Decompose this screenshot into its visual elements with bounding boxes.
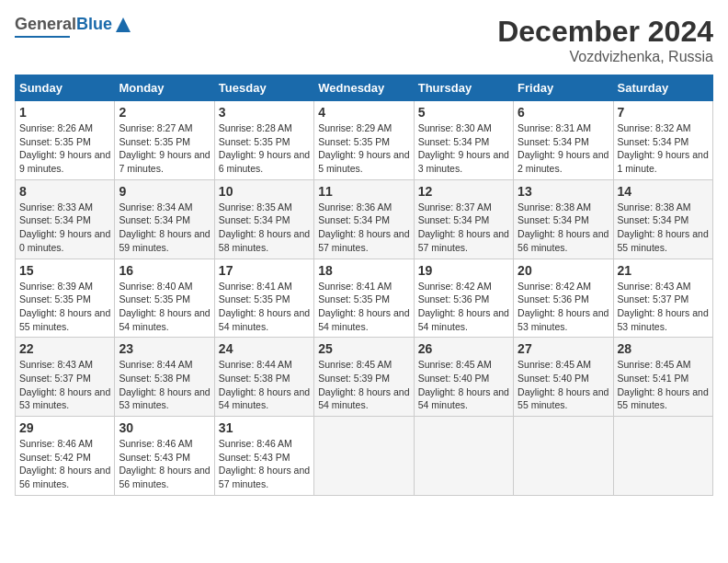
day-number: 28 <box>618 341 709 356</box>
col-saturday: Saturday <box>613 75 712 101</box>
table-row: 9 Sunrise: 8:34 AMSunset: 5:34 PMDayligh… <box>115 179 214 259</box>
table-row: 6 Sunrise: 8:31 AMSunset: 5:34 PMDayligh… <box>514 101 613 180</box>
table-row: 14 Sunrise: 8:38 AMSunset: 5:34 PMDaylig… <box>613 179 712 259</box>
calendar-row: 1 Sunrise: 8:26 AMSunset: 5:35 PMDayligh… <box>16 101 713 180</box>
table-row <box>314 417 414 496</box>
table-row: 2 Sunrise: 8:27 AMSunset: 5:35 PMDayligh… <box>115 101 214 180</box>
day-number: 10 <box>219 184 310 199</box>
day-info: Sunrise: 8:43 AMSunset: 5:37 PMDaylight:… <box>19 359 110 410</box>
day-info: Sunrise: 8:34 AMSunset: 5:34 PMDaylight:… <box>119 201 210 253</box>
day-info: Sunrise: 8:31 AMSunset: 5:34 PMDaylight:… <box>518 122 609 174</box>
table-row: 4 Sunrise: 8:29 AMSunset: 5:35 PMDayligh… <box>314 101 414 180</box>
day-info: Sunrise: 8:45 AMSunset: 5:39 PMDaylight:… <box>318 359 409 410</box>
svg-marker-0 <box>116 17 131 32</box>
calendar-row: 15 Sunrise: 8:39 AMSunset: 5:35 PMDaylig… <box>16 259 713 338</box>
logo-underline <box>15 36 70 38</box>
table-row: 8 Sunrise: 8:33 AMSunset: 5:34 PMDayligh… <box>16 179 115 259</box>
col-monday: Monday <box>115 75 214 101</box>
day-info: Sunrise: 8:45 AMSunset: 5:40 PMDaylight:… <box>518 359 609 410</box>
day-info: Sunrise: 8:26 AMSunset: 5:35 PMDaylight:… <box>19 122 110 174</box>
col-tuesday: Tuesday <box>214 75 313 101</box>
day-info: Sunrise: 8:30 AMSunset: 5:34 PMDaylight:… <box>418 122 509 174</box>
day-number: 30 <box>119 420 210 435</box>
day-info: Sunrise: 8:41 AMSunset: 5:35 PMDaylight:… <box>219 281 310 332</box>
day-number: 26 <box>418 341 509 356</box>
day-info: Sunrise: 8:29 AMSunset: 5:35 PMDaylight:… <box>318 122 409 174</box>
table-row: 22 Sunrise: 8:43 AMSunset: 5:37 PMDaylig… <box>16 338 115 417</box>
table-row: 28 Sunrise: 8:45 AMSunset: 5:41 PMDaylig… <box>613 338 712 417</box>
col-sunday: Sunday <box>16 75 115 101</box>
calendar-row: 22 Sunrise: 8:43 AMSunset: 5:37 PMDaylig… <box>16 338 713 417</box>
day-number: 13 <box>518 184 609 199</box>
day-info: Sunrise: 8:33 AMSunset: 5:34 PMDaylight:… <box>19 201 110 253</box>
day-info: Sunrise: 8:28 AMSunset: 5:35 PMDaylight:… <box>219 122 310 174</box>
day-number: 20 <box>518 263 609 278</box>
table-row: 1 Sunrise: 8:26 AMSunset: 5:35 PMDayligh… <box>16 101 115 180</box>
day-number: 16 <box>119 263 210 278</box>
day-info: Sunrise: 8:38 AMSunset: 5:34 PMDaylight:… <box>618 201 709 253</box>
day-number: 12 <box>418 184 509 199</box>
table-row: 29 Sunrise: 8:46 AMSunset: 5:42 PMDaylig… <box>16 417 115 496</box>
day-number: 3 <box>219 105 310 120</box>
page-title: December 2024 <box>497 15 713 49</box>
day-info: Sunrise: 8:37 AMSunset: 5:34 PMDaylight:… <box>418 201 509 253</box>
day-number: 6 <box>518 105 609 120</box>
day-number: 19 <box>418 263 509 278</box>
table-row: 25 Sunrise: 8:45 AMSunset: 5:39 PMDaylig… <box>314 338 414 417</box>
calendar-table: Sunday Monday Tuesday Wednesday Thursday… <box>15 75 713 496</box>
day-info: Sunrise: 8:45 AMSunset: 5:41 PMDaylight:… <box>618 359 709 410</box>
day-info: Sunrise: 8:41 AMSunset: 5:35 PMDaylight:… <box>318 281 409 332</box>
day-number: 7 <box>618 105 709 120</box>
logo: General Blue <box>15 15 131 38</box>
table-row: 19 Sunrise: 8:42 AMSunset: 5:36 PMDaylig… <box>414 259 513 338</box>
table-row: 27 Sunrise: 8:45 AMSunset: 5:40 PMDaylig… <box>514 338 613 417</box>
day-info: Sunrise: 8:36 AMSunset: 5:34 PMDaylight:… <box>318 201 409 253</box>
calendar-body: 1 Sunrise: 8:26 AMSunset: 5:35 PMDayligh… <box>16 101 713 496</box>
day-number: 31 <box>219 420 310 435</box>
day-number: 5 <box>418 105 509 120</box>
day-info: Sunrise: 8:43 AMSunset: 5:37 PMDaylight:… <box>618 281 709 332</box>
day-number: 22 <box>19 341 110 356</box>
table-row: 12 Sunrise: 8:37 AMSunset: 5:34 PMDaylig… <box>414 179 513 259</box>
day-info: Sunrise: 8:39 AMSunset: 5:35 PMDaylight:… <box>19 281 110 332</box>
day-number: 2 <box>119 105 210 120</box>
day-number: 15 <box>19 263 110 278</box>
day-info: Sunrise: 8:35 AMSunset: 5:34 PMDaylight:… <box>219 201 310 253</box>
table-row <box>613 417 712 496</box>
day-number: 4 <box>318 105 409 120</box>
table-row: 31 Sunrise: 8:46 AMSunset: 5:43 PMDaylig… <box>214 417 313 496</box>
day-info: Sunrise: 8:46 AMSunset: 5:43 PMDaylight:… <box>119 438 210 489</box>
day-info: Sunrise: 8:38 AMSunset: 5:34 PMDaylight:… <box>518 201 609 253</box>
table-row: 26 Sunrise: 8:45 AMSunset: 5:40 PMDaylig… <box>414 338 513 417</box>
day-number: 24 <box>219 341 310 356</box>
table-row: 15 Sunrise: 8:39 AMSunset: 5:35 PMDaylig… <box>16 259 115 338</box>
col-thursday: Thursday <box>414 75 513 101</box>
day-number: 11 <box>318 184 409 199</box>
table-row: 18 Sunrise: 8:41 AMSunset: 5:35 PMDaylig… <box>314 259 414 338</box>
title-block: December 2024 Vozdvizhenka, Russia <box>497 15 713 65</box>
header-row: Sunday Monday Tuesday Wednesday Thursday… <box>16 75 713 101</box>
col-friday: Friday <box>514 75 613 101</box>
day-number: 21 <box>618 263 709 278</box>
table-row: 5 Sunrise: 8:30 AMSunset: 5:34 PMDayligh… <box>414 101 513 180</box>
day-number: 1 <box>19 105 110 120</box>
table-row: 13 Sunrise: 8:38 AMSunset: 5:34 PMDaylig… <box>514 179 613 259</box>
day-number: 18 <box>318 263 409 278</box>
day-info: Sunrise: 8:44 AMSunset: 5:38 PMDaylight:… <box>219 359 310 410</box>
table-row: 30 Sunrise: 8:46 AMSunset: 5:43 PMDaylig… <box>115 417 214 496</box>
day-number: 8 <box>19 184 110 199</box>
day-number: 9 <box>119 184 210 199</box>
table-row: 17 Sunrise: 8:41 AMSunset: 5:35 PMDaylig… <box>214 259 313 338</box>
table-row: 16 Sunrise: 8:40 AMSunset: 5:35 PMDaylig… <box>115 259 214 338</box>
day-number: 23 <box>119 341 210 356</box>
day-info: Sunrise: 8:46 AMSunset: 5:43 PMDaylight:… <box>219 438 310 489</box>
day-number: 14 <box>618 184 709 199</box>
day-info: Sunrise: 8:42 AMSunset: 5:36 PMDaylight:… <box>418 281 509 332</box>
table-row <box>414 417 513 496</box>
page-subtitle: Vozdvizhenka, Russia <box>497 49 713 65</box>
logo-triangle-icon <box>115 17 131 33</box>
day-info: Sunrise: 8:32 AMSunset: 5:34 PMDaylight:… <box>618 122 709 174</box>
table-row: 24 Sunrise: 8:44 AMSunset: 5:38 PMDaylig… <box>214 338 313 417</box>
day-number: 25 <box>318 341 409 356</box>
table-row: 10 Sunrise: 8:35 AMSunset: 5:34 PMDaylig… <box>214 179 313 259</box>
